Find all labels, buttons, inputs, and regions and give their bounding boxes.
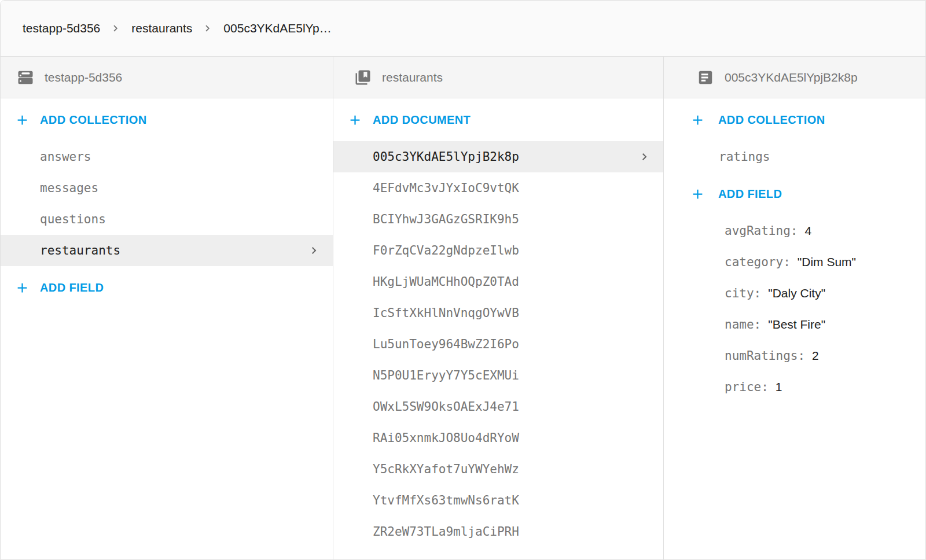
collection-item-restaurants[interactable]: restaurants	[1, 235, 333, 266]
collection-title: restaurants	[382, 71, 443, 84]
plus-icon	[690, 186, 705, 202]
chevron-right-icon	[307, 244, 321, 257]
plus-icon	[14, 112, 30, 128]
plus-icon	[690, 112, 705, 128]
add-document-button[interactable]: ADD DOCUMENT	[333, 104, 663, 135]
plus-icon	[347, 112, 363, 128]
document-item[interactable]: 005c3YKdAE5lYpjB2k8p	[333, 141, 663, 172]
document-item[interactable]: OWxL5SW9OksOAExJ4e71	[333, 391, 663, 422]
database-panel: testapp-5d356 ADD COLLECTION answers mes…	[1, 57, 333, 559]
field-name: name:	[725, 318, 761, 331]
field-row-price[interactable]: price: 1	[664, 371, 925, 403]
field-value[interactable]: "Dim Sum"	[798, 255, 856, 269]
document-item[interactable]: ZR2eW73TLa9mljaCiPRH	[333, 516, 663, 547]
field-row-category[interactable]: category: "Dim Sum"	[664, 246, 925, 278]
document-item[interactable]: F0rZqCVa22gNdpzeIlwb	[333, 235, 663, 266]
document-item[interactable]: YtvfMfXs63tmwNs6ratK	[333, 485, 663, 516]
field-row-numRatings[interactable]: numRatings: 2	[664, 340, 925, 371]
field-value[interactable]: 1	[776, 380, 782, 394]
field-row-city[interactable]: city: "Daly City"	[664, 278, 925, 309]
chevron-right-icon	[109, 22, 122, 35]
field-row-avgRating[interactable]: avgRating: 4	[664, 215, 925, 246]
collection-item-messages[interactable]: messages	[1, 172, 333, 204]
field-name: city:	[725, 286, 761, 300]
chevron-right-icon	[638, 150, 652, 164]
document-panel-header: 005c3YKdAE5lYpjB2k8p	[664, 57, 925, 98]
database-icon	[17, 69, 34, 86]
document-item[interactable]: BCIYhwJ3GAGzGSRIK9h5	[333, 204, 663, 235]
field-name: category:	[725, 255, 791, 269]
field-name: numRatings:	[725, 349, 805, 363]
panel-container: testapp-5d356 ADD COLLECTION answers mes…	[1, 57, 925, 559]
breadcrumb-item-database[interactable]: testapp-5d356	[23, 21, 100, 35]
collection-icon	[354, 69, 372, 86]
add-collection-button[interactable]: ADD COLLECTION	[1, 104, 333, 135]
collection-panel-header: restaurants	[333, 57, 663, 98]
document-item[interactable]: HKgLjWUaMCHhOQpZ0TAd	[333, 266, 663, 297]
document-item[interactable]: N5P0U1EryyY7Y5cEXMUi	[333, 360, 663, 391]
breadcrumb-item-document: 005c3YKdAE5lYp…	[223, 21, 331, 35]
document-title: 005c3YKdAE5lYpjB2k8p	[725, 71, 858, 84]
field-list: avgRating: 4 category: "Dim Sum" city: "…	[664, 215, 925, 403]
chevron-right-icon	[201, 22, 214, 35]
database-panel-header: testapp-5d356	[1, 57, 333, 98]
document-item[interactable]: IcSftXkHlNnVnqgOYwVB	[333, 297, 663, 329]
firestore-data-viewer: testapp-5d356 restaurants 005c3YKdAE5lYp…	[0, 0, 926, 560]
document-item[interactable]: Y5cRkXYafot7uYWYehWz	[333, 454, 663, 485]
field-name: price:	[725, 380, 769, 394]
field-row-name[interactable]: name: "Best Fire"	[664, 309, 925, 340]
collection-item-answers[interactable]: answers	[1, 141, 333, 172]
subcollection-list: ratings	[664, 141, 925, 172]
document-item[interactable]: RAi05xnmkJO8Uo4dRYoW	[333, 422, 663, 454]
collection-item-questions[interactable]: questions	[1, 204, 333, 235]
field-value[interactable]: 2	[812, 349, 819, 363]
document-item[interactable]: Lu5unToey964BwZ2I6Po	[333, 329, 663, 360]
breadcrumb: testapp-5d356 restaurants 005c3YKdAE5lYp…	[1, 1, 925, 57]
document-panel: 005c3YKdAE5lYpjB2k8p ADD COLLECTION rati…	[664, 57, 925, 559]
add-collection-button[interactable]: ADD COLLECTION	[664, 104, 925, 135]
subcollection-item-ratings[interactable]: ratings	[664, 141, 925, 172]
add-field-button[interactable]: ADD FIELD	[664, 178, 925, 209]
document-list: 005c3YKdAE5lYpjB2k8p 4EFdvMc3vJYxIoC9vtQ…	[333, 141, 663, 547]
plus-icon	[14, 280, 30, 296]
field-value[interactable]: "Best Fire"	[768, 318, 825, 331]
add-field-button[interactable]: ADD FIELD	[1, 272, 333, 303]
breadcrumb-item-collection[interactable]: restaurants	[131, 21, 192, 35]
field-name: avgRating:	[725, 224, 798, 238]
field-value[interactable]: "Daly City"	[768, 286, 825, 300]
collection-list: answers messages questions restaurants	[1, 141, 333, 266]
document-icon	[697, 69, 714, 86]
field-value[interactable]: 4	[804, 224, 811, 238]
collection-panel: restaurants ADD DOCUMENT 005c3YKdAE5lYpj…	[333, 57, 664, 559]
database-title: testapp-5d356	[45, 71, 122, 84]
document-item[interactable]: 4EFdvMc3vJYxIoC9vtQK	[333, 172, 663, 204]
